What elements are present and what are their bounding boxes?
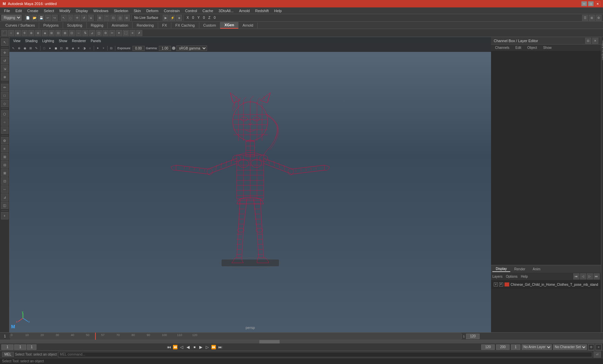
cb-tab-edit[interactable]: Edit	[513, 45, 524, 50]
pb-next-key[interactable]: ⏩	[211, 344, 217, 350]
workspace-dropdown[interactable]: Rigging	[1, 15, 22, 21]
range-handle[interactable]	[259, 340, 280, 343]
vp-points[interactable]: ⊠	[64, 46, 70, 51]
vp-flat-shade[interactable]: ◼	[53, 46, 58, 51]
menu-select[interactable]: Select	[41, 8, 57, 13]
lasso-select-button[interactable]: ◌	[67, 15, 74, 21]
lt-component-mode[interactable]: ◫	[1, 202, 8, 209]
minimize-button[interactable]: ─	[581, 1, 587, 6]
rotate-tool-button[interactable]: ↺	[81, 15, 87, 21]
mel-label[interactable]: MEL	[2, 352, 14, 357]
lt-sculpt[interactable]: □	[1, 92, 8, 99]
layer-visibility[interactable]: V	[494, 282, 498, 286]
tool-icon-19[interactable]: ⛶	[123, 30, 129, 36]
tool-icon-14[interactable]: ⊿	[89, 30, 95, 36]
lt-display-mode[interactable]: ⚙	[1, 137, 8, 144]
tool-icon-18[interactable]: ✦	[116, 30, 122, 36]
anim-range-field[interactable]	[511, 344, 520, 350]
channel-box-close[interactable]: ✕	[592, 38, 598, 44]
vp-select-hier[interactable]: ⊕	[17, 46, 22, 51]
layers-menu[interactable]: Layers	[492, 275, 502, 278]
menu-arnold[interactable]: Arnold	[236, 8, 253, 13]
menu-skeleton[interactable]: Skeleton	[111, 8, 131, 13]
menu-cache[interactable]: Cache	[200, 8, 216, 13]
tool-icon-1[interactable]: ⬛	[1, 30, 7, 36]
layer-prev[interactable]: ◁	[580, 273, 586, 279]
menu-constrain[interactable]: Constrain	[161, 8, 182, 13]
vp-exposure-input[interactable]	[133, 46, 145, 51]
tool-icon-17[interactable]: ✂	[109, 30, 115, 36]
vp-menu-panels[interactable]: Panels	[89, 39, 103, 43]
vp-snap-grid[interactable]: ⊞	[28, 46, 33, 51]
tool-icon-11[interactable]: ⊡	[69, 30, 75, 36]
lt-extra[interactable]: +	[1, 212, 8, 219]
mel-execute-button[interactable]: ⏎	[594, 352, 601, 358]
tool-icon-7[interactable]: ◈	[42, 30, 48, 36]
tool-icon-15[interactable]: ◫	[96, 30, 102, 36]
lt-isolate[interactable]: ⊟	[1, 161, 8, 169]
lt-select[interactable]: ↖	[1, 38, 8, 46]
lt-snapping[interactable]: ⊞	[1, 153, 8, 160]
tab-fx-caching[interactable]: FX Caching	[171, 22, 199, 28]
pb-stop[interactable]: ■	[192, 344, 198, 350]
auto-key-button[interactable]: ⚙	[588, 344, 594, 350]
undo-button[interactable]: ↩	[45, 15, 51, 21]
tool-icon-4[interactable]: ✛	[22, 30, 28, 36]
snap-surface-button[interactable]: ◫	[117, 15, 123, 21]
vp-xray[interactable]: ✦	[95, 46, 100, 51]
vp-menu-lighting[interactable]: Lighting	[40, 39, 56, 43]
tool-icon-21[interactable]: ✗	[136, 30, 142, 36]
tab-fx[interactable]: FX	[158, 22, 171, 28]
tab-rendering[interactable]: Rendering	[133, 22, 158, 28]
tool-icon-16[interactable]: ⚙	[103, 30, 109, 36]
maximize-button[interactable]: □	[588, 1, 594, 6]
lt-create-joint[interactable]: ○	[1, 118, 8, 126]
options-menu[interactable]: Options	[506, 275, 517, 278]
vp-gamma-input[interactable]	[159, 46, 171, 51]
layer-row-1[interactable]: V P Chinese_Girl_Child_in_Home_Clothes_T…	[492, 281, 600, 288]
vp-select-all[interactable]: ◉	[22, 46, 28, 51]
save-file-button[interactable]: 💾	[38, 15, 44, 21]
menu-file[interactable]: File	[1, 8, 13, 13]
menu-3dtoall[interactable]: 3DtoAll...	[216, 8, 236, 13]
lt-universal[interactable]: ⊕	[1, 73, 8, 81]
snap-point-button[interactable]: ⊡	[110, 15, 116, 21]
pb-next-frame[interactable]: ▷	[204, 344, 210, 350]
lt-hierarchy[interactable]: ⊡	[1, 177, 8, 185]
tool-icon-13[interactable]: ⇅	[82, 30, 88, 36]
vp-bounding-box[interactable]: ⊡	[59, 46, 64, 51]
lt-move[interactable]: ✛	[1, 49, 8, 56]
pb-prev-frame[interactable]: ◁	[179, 344, 185, 350]
vp-smooth-shade[interactable]: ●	[47, 46, 53, 51]
playback-start-field[interactable]	[1, 344, 13, 350]
tab-rigging[interactable]: Rigging	[87, 22, 108, 28]
char-set-select[interactable]: No Character Set	[553, 344, 587, 350]
tab-sculpting[interactable]: Sculpting	[63, 22, 87, 28]
lt-rotate[interactable]: ↺	[1, 57, 8, 64]
vp-wireframe[interactable]: □	[41, 46, 47, 51]
menu-deform[interactable]: Deform	[144, 8, 161, 13]
lt-render-global[interactable]: ↔	[1, 185, 8, 193]
menu-edit[interactable]: Edit	[13, 8, 25, 13]
tool-icon-2[interactable]: ○	[8, 30, 14, 36]
lt-render-region[interactable]: ⊿	[1, 193, 8, 201]
anim-end-field[interactable]	[496, 344, 510, 350]
layer-prev-prev[interactable]: ⏮	[573, 273, 579, 279]
layer-tab-display[interactable]: Display	[492, 266, 510, 272]
layer-tab-render[interactable]: Render	[511, 267, 529, 272]
vp-colormode-select[interactable]: sRGB gamma	[176, 46, 207, 51]
mel-command-input[interactable]	[58, 352, 592, 357]
ipr-button[interactable]: ⚡	[169, 15, 175, 21]
anim-layer-select[interactable]: No Anim Layer	[522, 344, 552, 350]
scale-tool-button[interactable]: ⇲	[88, 15, 94, 21]
vp-isolate-select[interactable]: ⊟	[109, 46, 114, 51]
snap-curve-button[interactable]: ⌒	[104, 15, 110, 21]
vp-menu-show[interactable]: Show	[57, 39, 69, 43]
move-tool-button[interactable]: ✛	[74, 15, 80, 21]
vp-light[interactable]: ☀	[76, 46, 81, 51]
layer-playback[interactable]: P	[499, 282, 503, 286]
display-quality-button[interactable]: ◈	[176, 15, 182, 21]
tool-icon-5[interactable]: ⊕	[28, 30, 34, 36]
tool-icon-3[interactable]: ◉	[15, 30, 21, 36]
select-tool-button[interactable]: ↖	[61, 15, 67, 21]
